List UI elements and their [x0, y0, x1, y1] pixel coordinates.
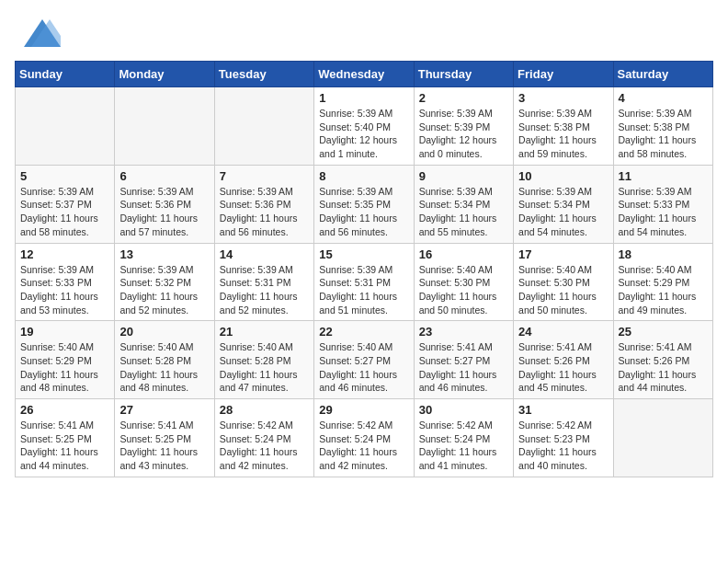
calendar-cell: 4Sunrise: 5:39 AM Sunset: 5:38 PM Daylig…	[613, 87, 712, 166]
day-number: 5	[20, 169, 109, 183]
day-number: 1	[319, 91, 408, 105]
day-content: Sunrise: 5:39 AM Sunset: 5:31 PM Dayligh…	[319, 263, 408, 317]
calendar-cell: 10Sunrise: 5:39 AM Sunset: 5:34 PM Dayli…	[514, 165, 613, 243]
day-number: 7	[220, 169, 309, 183]
day-content: Sunrise: 5:41 AM Sunset: 5:25 PM Dayligh…	[119, 419, 209, 473]
day-content: Sunrise: 5:42 AM Sunset: 5:24 PM Dayligh…	[419, 419, 508, 473]
day-number: 4	[619, 91, 708, 105]
calendar-cell: 14Sunrise: 5:39 AM Sunset: 5:31 PM Dayli…	[214, 243, 313, 321]
day-content: Sunrise: 5:39 AM Sunset: 5:32 PM Dayligh…	[119, 263, 209, 317]
calendar-cell: 29Sunrise: 5:42 AM Sunset: 5:24 PM Dayli…	[314, 399, 414, 477]
day-number: 14	[220, 247, 309, 261]
calendar-header: SundayMondayTuesdayWednesdayThursdayFrid…	[16, 62, 713, 87]
calendar-cell: 13Sunrise: 5:39 AM Sunset: 5:32 PM Dayli…	[115, 243, 214, 321]
day-content: Sunrise: 5:39 AM Sunset: 5:31 PM Dayligh…	[220, 263, 309, 317]
day-number: 11	[619, 169, 708, 183]
day-number: 10	[518, 169, 608, 183]
week-row-3: 19Sunrise: 5:40 AM Sunset: 5:29 PM Dayli…	[16, 321, 713, 399]
day-number: 3	[518, 91, 608, 105]
day-number: 19	[20, 325, 109, 339]
day-content: Sunrise: 5:40 AM Sunset: 5:29 PM Dayligh…	[20, 340, 109, 395]
calendar-cell: 7Sunrise: 5:39 AM Sunset: 5:36 PM Daylig…	[214, 165, 313, 243]
weekday-thursday: Thursday	[414, 62, 513, 87]
day-number: 22	[319, 325, 408, 339]
calendar-cell: 24Sunrise: 5:41 AM Sunset: 5:26 PM Dayli…	[514, 321, 613, 399]
calendar-cell	[16, 87, 115, 166]
calendar-cell: 18Sunrise: 5:40 AM Sunset: 5:29 PM Dayli…	[613, 243, 712, 321]
day-content: Sunrise: 5:39 AM Sunset: 5:33 PM Dayligh…	[619, 185, 708, 239]
weekday-monday: Monday	[115, 62, 214, 87]
calendar-cell	[214, 87, 313, 166]
day-number: 31	[518, 403, 608, 417]
day-content: Sunrise: 5:39 AM Sunset: 5:39 PM Dayligh…	[419, 107, 508, 161]
day-content: Sunrise: 5:39 AM Sunset: 5:33 PM Dayligh…	[20, 263, 109, 317]
day-number: 21	[220, 325, 309, 339]
calendar-cell: 8Sunrise: 5:39 AM Sunset: 5:35 PM Daylig…	[314, 165, 414, 243]
day-content: Sunrise: 5:39 AM Sunset: 5:36 PM Dayligh…	[119, 185, 209, 239]
day-content: Sunrise: 5:39 AM Sunset: 5:35 PM Dayligh…	[319, 185, 408, 239]
day-number: 28	[220, 403, 309, 417]
day-number: 20	[119, 325, 209, 339]
day-content: Sunrise: 5:40 AM Sunset: 5:30 PM Dayligh…	[518, 263, 608, 317]
day-number: 18	[619, 247, 708, 261]
day-content: Sunrise: 5:40 AM Sunset: 5:30 PM Dayligh…	[419, 263, 508, 317]
day-content: Sunrise: 5:42 AM Sunset: 5:24 PM Dayligh…	[220, 419, 309, 473]
day-content: Sunrise: 5:41 AM Sunset: 5:27 PM Dayligh…	[419, 340, 508, 395]
day-content: Sunrise: 5:40 AM Sunset: 5:27 PM Dayligh…	[319, 340, 408, 395]
calendar-cell	[115, 87, 214, 166]
calendar-cell: 17Sunrise: 5:40 AM Sunset: 5:30 PM Dayli…	[514, 243, 613, 321]
calendar-cell: 11Sunrise: 5:39 AM Sunset: 5:33 PM Dayli…	[613, 165, 712, 243]
calendar-cell: 9Sunrise: 5:39 AM Sunset: 5:34 PM Daylig…	[414, 165, 513, 243]
day-number: 17	[518, 247, 608, 261]
calendar-cell: 31Sunrise: 5:42 AM Sunset: 5:23 PM Dayli…	[514, 399, 613, 477]
day-number: 8	[319, 169, 408, 183]
calendar-cell: 23Sunrise: 5:41 AM Sunset: 5:27 PM Dayli…	[414, 321, 513, 399]
day-content: Sunrise: 5:40 AM Sunset: 5:28 PM Dayligh…	[220, 340, 309, 395]
day-number: 29	[319, 403, 408, 417]
calendar-cell: 21Sunrise: 5:40 AM Sunset: 5:28 PM Dayli…	[214, 321, 313, 399]
logo	[15, 15, 61, 52]
day-content: Sunrise: 5:41 AM Sunset: 5:26 PM Dayligh…	[518, 340, 608, 395]
calendar-cell: 26Sunrise: 5:41 AM Sunset: 5:25 PM Dayli…	[16, 399, 115, 477]
day-number: 12	[20, 247, 109, 261]
day-content: Sunrise: 5:41 AM Sunset: 5:26 PM Dayligh…	[619, 340, 708, 395]
week-row-1: 5Sunrise: 5:39 AM Sunset: 5:37 PM Daylig…	[16, 165, 713, 243]
calendar-cell: 28Sunrise: 5:42 AM Sunset: 5:24 PM Dayli…	[214, 399, 313, 477]
day-number: 9	[419, 169, 508, 183]
calendar-cell: 30Sunrise: 5:42 AM Sunset: 5:24 PM Dayli…	[414, 399, 513, 477]
calendar-cell: 25Sunrise: 5:41 AM Sunset: 5:26 PM Dayli…	[613, 321, 712, 399]
day-number: 6	[119, 169, 209, 183]
day-content: Sunrise: 5:39 AM Sunset: 5:34 PM Dayligh…	[419, 185, 508, 239]
day-number: 27	[119, 403, 209, 417]
calendar-cell: 2Sunrise: 5:39 AM Sunset: 5:39 PM Daylig…	[414, 87, 513, 166]
weekday-tuesday: Tuesday	[214, 62, 313, 87]
day-number: 2	[419, 91, 508, 105]
page-header	[15, 15, 713, 52]
day-content: Sunrise: 5:42 AM Sunset: 5:23 PM Dayligh…	[518, 419, 608, 473]
week-row-0: 1Sunrise: 5:39 AM Sunset: 5:40 PM Daylig…	[16, 87, 713, 166]
day-content: Sunrise: 5:42 AM Sunset: 5:24 PM Dayligh…	[319, 419, 408, 473]
day-number: 16	[419, 247, 508, 261]
day-content: Sunrise: 5:40 AM Sunset: 5:29 PM Dayligh…	[619, 263, 708, 317]
day-content: Sunrise: 5:39 AM Sunset: 5:34 PM Dayligh…	[518, 185, 608, 239]
day-content: Sunrise: 5:39 AM Sunset: 5:38 PM Dayligh…	[518, 107, 608, 161]
calendar-cell: 19Sunrise: 5:40 AM Sunset: 5:29 PM Dayli…	[16, 321, 115, 399]
weekday-friday: Friday	[514, 62, 613, 87]
day-number: 24	[518, 325, 608, 339]
calendar-cell: 5Sunrise: 5:39 AM Sunset: 5:37 PM Daylig…	[16, 165, 115, 243]
calendar-cell: 27Sunrise: 5:41 AM Sunset: 5:25 PM Dayli…	[115, 399, 214, 477]
weekday-saturday: Saturday	[613, 62, 712, 87]
calendar-cell: 15Sunrise: 5:39 AM Sunset: 5:31 PM Dayli…	[314, 243, 414, 321]
calendar-cell: 6Sunrise: 5:39 AM Sunset: 5:36 PM Daylig…	[115, 165, 214, 243]
logo-icon	[15, 15, 61, 52]
day-content: Sunrise: 5:39 AM Sunset: 5:40 PM Dayligh…	[319, 107, 408, 161]
calendar-cell: 22Sunrise: 5:40 AM Sunset: 5:27 PM Dayli…	[314, 321, 414, 399]
week-row-2: 12Sunrise: 5:39 AM Sunset: 5:33 PM Dayli…	[16, 243, 713, 321]
day-content: Sunrise: 5:39 AM Sunset: 5:38 PM Dayligh…	[619, 107, 708, 161]
weekday-wednesday: Wednesday	[314, 62, 414, 87]
day-number: 23	[419, 325, 508, 339]
day-number: 25	[619, 325, 708, 339]
day-content: Sunrise: 5:39 AM Sunset: 5:37 PM Dayligh…	[20, 185, 109, 239]
calendar-cell: 1Sunrise: 5:39 AM Sunset: 5:40 PM Daylig…	[314, 87, 414, 166]
calendar-cell	[613, 399, 712, 477]
